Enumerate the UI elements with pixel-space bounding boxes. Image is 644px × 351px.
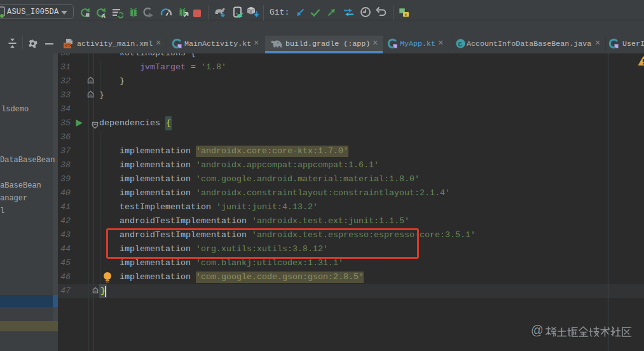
svg-text:A: A (102, 13, 106, 19)
svg-text:<>: <> (65, 43, 71, 48)
svg-text:C: C (458, 41, 462, 48)
